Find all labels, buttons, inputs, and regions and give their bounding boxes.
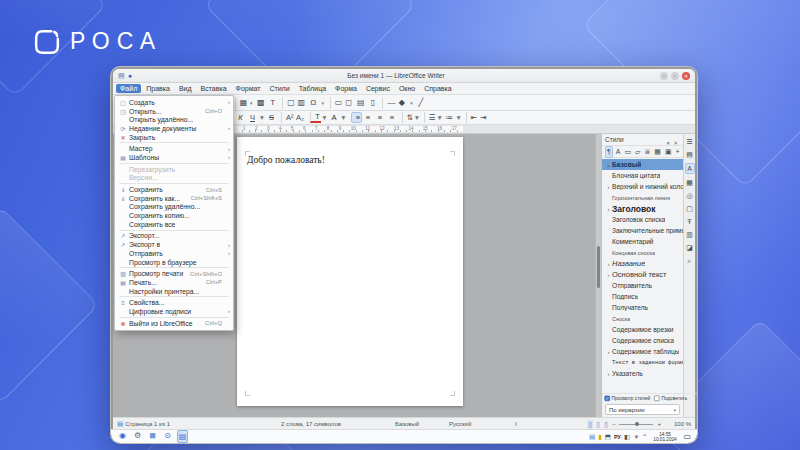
style-list-item[interactable]: Отправитель <box>602 280 683 291</box>
sidebar-tab-icon[interactable]: Ŧ <box>685 217 695 226</box>
formatting-button[interactable]: ≡ <box>387 112 398 123</box>
formatting-button[interactable]: ≡ <box>351 112 362 123</box>
sidebar-tab-icon[interactable]: ☰ <box>685 137 695 146</box>
file-menu-item[interactable]: ◳ Открыть... Ctrl+O <box>115 107 233 116</box>
titlebar[interactable]: ▤● Без имени 1 — LibreOffice Writer –▫✕ <box>113 69 695 83</box>
toolbar-button[interactable]: ▾ <box>248 97 254 109</box>
style-list-item[interactable]: Заключительные примечания <box>602 225 683 236</box>
sidebar-tab-icon[interactable]: ▦ <box>685 178 695 187</box>
menubar-item[interactable]: Стили <box>265 84 293 93</box>
tray-icon[interactable]: ◧ <box>624 432 630 442</box>
file-menu-item[interactable] <box>115 295 233 298</box>
formatting-button[interactable]: А <box>329 112 340 123</box>
style-category-icon[interactable]: ▣ <box>664 147 673 157</box>
sidebar-tab-icon[interactable]: ▤ <box>685 150 695 159</box>
toolbar-button[interactable]: ▥ <box>296 97 307 109</box>
formatting-button[interactable]: ≡ <box>375 112 386 123</box>
expand-arrow-icon[interactable]: › <box>605 371 612 377</box>
style-list-item[interactable]: › Верхний и нижний колонтитул <box>602 181 683 192</box>
formatting-button[interactable]: ▾ <box>259 112 265 123</box>
toolbar-button[interactable]: ▩ <box>255 97 266 109</box>
preview-styles-option[interactable]: Просмотр стилей <box>604 395 650 401</box>
display-icon[interactable]: ▭ <box>683 432 691 441</box>
toolbar-button[interactable]: ▯ <box>367 97 378 109</box>
file-menu-item[interactable]: Мастер › <box>115 144 233 153</box>
style-list-item[interactable]: Комментарий <box>602 236 683 247</box>
style-list-item[interactable]: › Название <box>602 258 683 269</box>
formatting-button[interactable]: A² <box>281 112 294 123</box>
formatting-button[interactable]: ≡ <box>363 112 374 123</box>
window-control-button[interactable]: ▫ <box>671 72 679 80</box>
file-menu-item[interactable]: ▢ Создать › <box>115 98 233 107</box>
toolbar-button[interactable]: T <box>267 97 278 109</box>
expand-arrow-icon[interactable]: › <box>605 184 612 190</box>
file-menu-item[interactable]: Сохранить все <box>115 220 233 229</box>
file-menu-item[interactable]: Сохранить копию... <box>115 211 233 220</box>
formatting-button[interactable]: ⇅ <box>402 112 413 123</box>
tray-icon[interactable]: ▤ <box>589 432 595 442</box>
file-menu-item[interactable]: Открыть удалённо... <box>115 115 233 124</box>
zoom-out-button[interactable]: – <box>612 421 615 427</box>
toolbar-button[interactable]: Ω <box>308 97 319 109</box>
sidebar-tab-icon[interactable]: ▢ <box>685 204 695 213</box>
formatting-button[interactable]: ▾ <box>437 112 443 123</box>
style-list-item[interactable]: Содержимое врезки <box>602 324 683 335</box>
menubar-item[interactable]: Сервис <box>362 84 394 93</box>
taskbar-app-icon[interactable]: ⊙ <box>162 430 173 443</box>
style-list-item[interactable]: Текст в заданном формате <box>602 357 683 368</box>
file-menu-item[interactable]: Настройки принтера... <box>115 287 233 296</box>
formatting-button[interactable]: ⇤ <box>466 112 477 123</box>
toolbar-button[interactable]: ◆ <box>396 97 407 109</box>
expand-arrow-icon[interactable]: › <box>605 272 612 278</box>
file-menu-item[interactable]: ↗ Экспорт... <box>115 232 233 241</box>
sidebar-tab-icon[interactable]: A <box>685 163 695 174</box>
taskbar-app-icon[interactable]: ◉ <box>117 430 128 443</box>
formatting-button[interactable]: ☰ <box>424 112 436 123</box>
file-menu-item[interactable]: ▥ Просмотр печати Ctrl+Shift+O <box>115 269 233 278</box>
formatting-button[interactable]: К <box>235 112 246 123</box>
style-category-icon[interactable]: ▱ <box>634 147 641 157</box>
menubar-item[interactable]: Файл <box>116 84 141 93</box>
toolbar-button[interactable]: ◻ <box>343 97 354 109</box>
toolbar-button[interactable]: ╱ <box>415 97 426 109</box>
taskbar-app-icon[interactable]: ◼ <box>147 430 158 443</box>
menubar-item[interactable]: Таблица <box>295 84 330 93</box>
file-menu-item[interactable]: ↗ Экспорт в › <box>115 240 233 249</box>
style-list-item[interactable]: › Заголовок <box>602 203 683 214</box>
file-menu-item[interactable]: Просмотр в браузере <box>115 258 233 267</box>
sidebar-tab-icon[interactable]: ▥ <box>685 230 695 239</box>
style-list-item[interactable]: › Содержимое таблицы <box>602 346 683 357</box>
view-layout-icon[interactable]: ▯ <box>587 420 593 429</box>
file-menu-item[interactable]: Отправить › <box>115 249 233 258</box>
tray-icon[interactable]: ▮ <box>598 432 602 442</box>
view-layout-icon[interactable]: ▯ <box>603 420 609 429</box>
formatting-button[interactable]: ≔ <box>444 112 455 123</box>
file-menu-item[interactable]: ✕ Закрыть <box>115 133 233 142</box>
style-category-icon[interactable]: ≣ <box>643 147 651 157</box>
file-menu-item[interactable] <box>115 229 233 232</box>
style-list-item[interactable]: Блочная цитата <box>602 170 683 181</box>
tray-icon[interactable]: ⬒ <box>605 432 611 442</box>
formatting-button[interactable]: S <box>266 112 277 123</box>
style-list-item[interactable]: › Указатель <box>602 368 683 379</box>
file-menu-item[interactable]: ⇓ Сохранить Ctrl+S <box>115 185 233 194</box>
window-control-button[interactable]: – <box>660 72 668 80</box>
file-menu-item[interactable]: Перезагрузить <box>115 165 233 174</box>
sidebar-tab-icon[interactable]: ◪ <box>685 243 695 252</box>
toolbar-button[interactable]: ▾ <box>320 97 326 109</box>
formatting-button[interactable]: ▾ <box>322 112 328 123</box>
file-menu-item[interactable]: Сохранить удалённо... <box>115 203 233 212</box>
style-list-item[interactable]: Содержимое списка <box>602 335 683 346</box>
file-menu-item[interactable] <box>115 266 233 269</box>
file-menu-item[interactable]: ⇓ Сохранить как... Ctrl+Shift+S <box>115 194 233 203</box>
style-list-item[interactable]: ⌄ Базовый <box>602 159 683 170</box>
formatting-button[interactable]: ⇥ <box>478 112 489 123</box>
file-menu-item[interactable] <box>115 182 233 185</box>
style-filter-dropdown[interactable]: По иерархии ▾ <box>605 404 680 415</box>
style-list-item[interactable]: Горизонтальная линия <box>602 192 683 203</box>
highlight-option[interactable]: Подсветить <box>654 395 687 401</box>
file-menu-item[interactable]: ≡ Свойства... <box>115 298 233 307</box>
menubar-item[interactable]: Окно <box>395 84 419 93</box>
toolbar-button[interactable]: ▢ <box>282 97 295 109</box>
style-list-item[interactable]: › Основной текст <box>602 269 683 280</box>
